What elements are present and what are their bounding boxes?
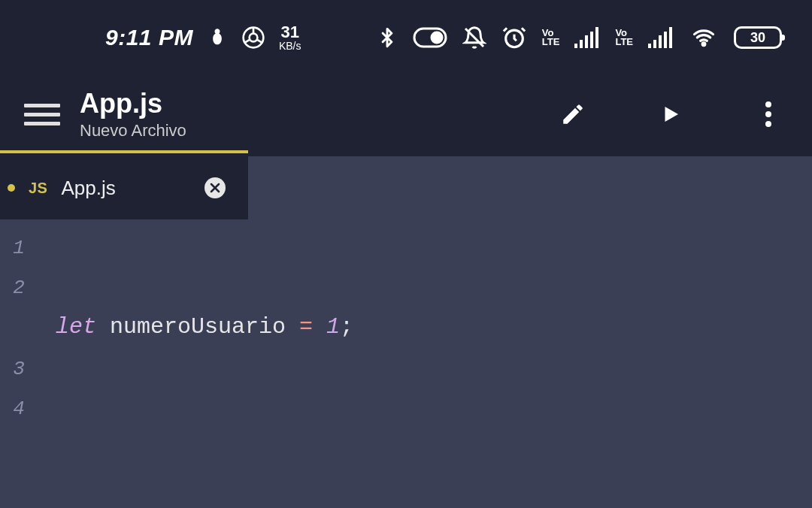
file-subtitle: Nuevo Archivo xyxy=(80,121,186,141)
svg-point-21 xyxy=(765,111,771,117)
line-gutter: 1 2 3 4 5 xyxy=(0,219,38,508)
volte-2: Vo LTE xyxy=(615,29,633,46)
svg-rect-10 xyxy=(580,40,583,48)
app-toolbar: App.js Nuevo Archivo xyxy=(0,75,812,156)
menu-icon[interactable] xyxy=(24,104,60,125)
svg-rect-9 xyxy=(574,44,577,48)
modified-dot-icon xyxy=(8,184,15,192)
status-clock: 9:11 PM xyxy=(105,25,193,50)
capsule-icon xyxy=(413,27,447,48)
signal-1-icon xyxy=(574,27,600,48)
svg-line-4 xyxy=(257,40,262,43)
svg-point-1 xyxy=(250,34,258,42)
svg-rect-16 xyxy=(659,35,662,48)
svg-rect-11 xyxy=(585,35,588,48)
svg-rect-13 xyxy=(595,27,598,48)
line-number: 1 xyxy=(0,228,38,268)
battery-indicator: 30 xyxy=(734,26,782,49)
svg-line-3 xyxy=(245,40,250,43)
js-badge: JS xyxy=(29,180,47,197)
svg-point-20 xyxy=(765,101,771,107)
dnd-icon xyxy=(462,26,486,50)
svg-point-19 xyxy=(702,43,705,46)
code-line: let numeroUsuario = 1; xyxy=(56,307,803,347)
activity-icon xyxy=(207,26,228,49)
code-editor[interactable]: 1 2 3 4 5 let numeroUsuario = 1; let int… xyxy=(0,219,812,508)
run-icon[interactable] xyxy=(656,99,686,129)
svg-rect-15 xyxy=(653,40,656,48)
edit-icon[interactable] xyxy=(558,99,588,129)
svg-rect-18 xyxy=(669,27,672,48)
tab-app-js[interactable]: JS App.js xyxy=(0,156,248,219)
svg-rect-12 xyxy=(590,32,593,48)
more-icon[interactable] xyxy=(753,99,783,129)
file-title: App.js xyxy=(80,88,186,119)
svg-point-6 xyxy=(432,32,442,43)
svg-rect-17 xyxy=(664,32,667,48)
signal-2-icon xyxy=(648,27,674,48)
tab-label: App.js xyxy=(61,177,191,200)
line-number: 3 xyxy=(0,349,38,389)
close-icon[interactable] xyxy=(205,177,226,198)
svg-rect-14 xyxy=(648,44,651,48)
svg-point-22 xyxy=(765,121,771,127)
status-bar: 9:11 PM 31 KB/s Vo LTE Vo xyxy=(0,0,812,75)
code-content[interactable]: let numeroUsuario = 1; let intentos=2; a… xyxy=(38,219,812,508)
network-speed: 31 KB/s xyxy=(279,24,301,51)
volte-1: Vo LTE xyxy=(542,29,560,46)
tab-strip: JS App.js xyxy=(0,156,812,219)
line-number: 4 xyxy=(0,389,38,429)
bluetooth-icon xyxy=(377,24,398,51)
chrome-icon xyxy=(241,26,265,50)
wifi-icon xyxy=(689,26,719,49)
line-number: 2 xyxy=(0,268,38,308)
alarm-icon xyxy=(501,25,527,50)
